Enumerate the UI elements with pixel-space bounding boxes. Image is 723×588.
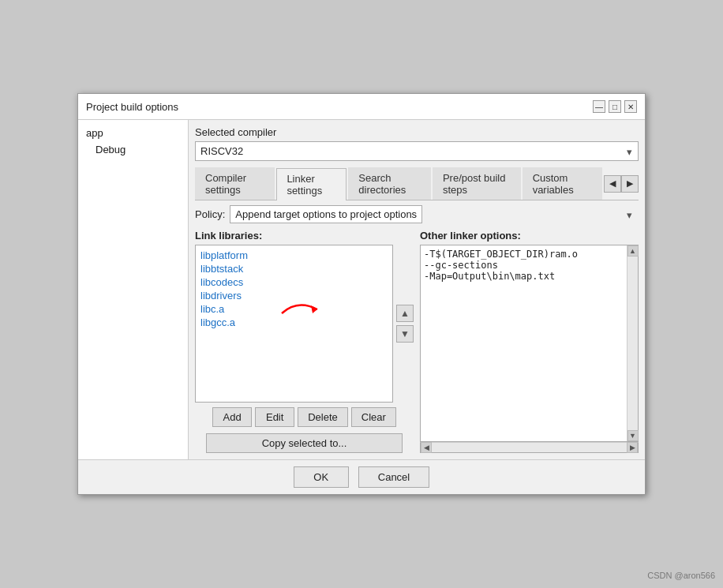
title-bar-controls: — □ ✕ xyxy=(593,100,637,113)
vscroll-down-arrow[interactable]: ▼ xyxy=(627,430,639,441)
close-button[interactable]: ✕ xyxy=(624,100,637,113)
policy-select[interactable]: Append target options to project options xyxy=(230,205,422,223)
tab-next-button[interactable]: ▶ xyxy=(621,175,639,193)
delete-button[interactable]: Delete xyxy=(298,407,348,427)
right-horizontal-scrollbar[interactable]: ◀ ▶ xyxy=(420,442,639,453)
main-area: Selected compiler RISCV32 Compiler setti… xyxy=(189,120,645,459)
title-bar: Project build options — □ ✕ xyxy=(78,94,645,120)
link-libraries-list[interactable]: libplatform libbtstack libcodecs libdriv… xyxy=(195,245,393,403)
other-linker-line-3: -Map=Output\bin\map.txt xyxy=(424,271,611,282)
link-libraries-label: Link libraries: xyxy=(195,230,414,242)
hscroll-right-arrow[interactable]: ▶ xyxy=(627,442,638,453)
tab-compiler-settings[interactable]: Compiler settings xyxy=(195,167,275,200)
copy-selected-button[interactable]: Copy selected to... xyxy=(206,433,403,453)
right-panel-inner: -T$(TARGET_OBJECT_DIR)ram.o --gc-section… xyxy=(420,245,639,442)
other-linker-label: Other linker options: xyxy=(420,230,639,242)
right-vertical-scrollbar[interactable]: ▲ ▼ xyxy=(627,245,638,441)
tab-prepost-build[interactable]: Pre/post build steps xyxy=(433,167,521,200)
right-panel-wrapper: -T$(TARGET_OBJECT_DIR)ram.o --gc-section… xyxy=(420,245,639,453)
list-item[interactable]: libbtstack xyxy=(199,262,389,275)
policy-label: Policy: xyxy=(195,208,225,220)
compiler-select-wrapper: RISCV32 xyxy=(195,141,639,161)
list-container: libplatform libbtstack libcodecs libdriv… xyxy=(195,245,414,403)
compiler-section: Selected compiler RISCV32 xyxy=(195,126,639,161)
list-item[interactable]: libc.a xyxy=(199,302,389,316)
tab-prev-button[interactable]: ◀ xyxy=(604,175,621,193)
tab-search-directories[interactable]: Search directories xyxy=(348,167,431,200)
cancel-button[interactable]: Cancel xyxy=(358,466,429,488)
list-item[interactable]: libdrivers xyxy=(199,289,389,302)
maximize-button[interactable]: □ xyxy=(609,100,621,113)
compiler-select[interactable]: RISCV32 xyxy=(195,141,639,161)
dialog-body: app Debug Selected compiler RISCV32 Comp… xyxy=(78,120,645,459)
link-libraries-panel: Link libraries: libplatform libbtstack l… xyxy=(195,230,414,453)
other-linker-panel: Other linker options: -T$(TARGET_OBJECT_… xyxy=(420,230,639,453)
watermark: CSDN @aron566 xyxy=(647,571,715,580)
list-side-buttons: ▲ ▼ xyxy=(393,245,414,403)
minimize-button[interactable]: — xyxy=(593,100,605,113)
tab-custom-variables[interactable]: Custom variables xyxy=(523,167,602,200)
clear-button[interactable]: Clear xyxy=(351,407,396,427)
sidebar: app Debug xyxy=(78,120,189,459)
list-up-button[interactable]: ▲ xyxy=(396,305,414,322)
dialog-footer: OK Cancel xyxy=(78,459,645,494)
policy-select-wrapper: Append target options to project options xyxy=(230,205,639,223)
list-down-button[interactable]: ▼ xyxy=(396,325,414,343)
policy-row: Policy: Append target options to project… xyxy=(195,205,639,223)
project-build-options-dialog: Project build options — □ ✕ app Debug Se… xyxy=(77,93,646,495)
two-panels: Link libraries: libplatform libbtstack l… xyxy=(195,230,639,453)
other-linker-line-2: --gc-sections xyxy=(424,260,611,271)
list-item[interactable]: libgcc.a xyxy=(199,316,389,329)
other-linker-line-1: -T$(TARGET_OBJECT_DIR)ram.o xyxy=(424,249,611,260)
action-buttons: Add Edit Delete Clear xyxy=(195,407,414,427)
list-item[interactable]: libcodecs xyxy=(199,275,389,289)
add-button[interactable]: Add xyxy=(212,407,252,427)
ok-button[interactable]: OK xyxy=(294,466,349,488)
sidebar-item-app[interactable]: app xyxy=(81,125,185,141)
hscroll-left-arrow[interactable]: ◀ xyxy=(421,442,432,453)
sidebar-item-debug[interactable]: Debug xyxy=(81,141,185,158)
edit-button[interactable]: Edit xyxy=(255,407,294,427)
vscroll-track xyxy=(627,257,638,430)
list-item[interactable]: libplatform xyxy=(199,249,389,262)
dialog-title: Project build options xyxy=(86,101,178,113)
other-linker-textarea[interactable]: -T$(TARGET_OBJECT_DIR)ram.o --gc-section… xyxy=(421,245,627,441)
compiler-label: Selected compiler xyxy=(195,126,639,138)
tabs-bar: Compiler settings Linker settings Search… xyxy=(195,167,639,200)
tab-linker-settings[interactable]: Linker settings xyxy=(276,168,347,200)
vscroll-up-arrow[interactable]: ▲ xyxy=(627,245,639,257)
